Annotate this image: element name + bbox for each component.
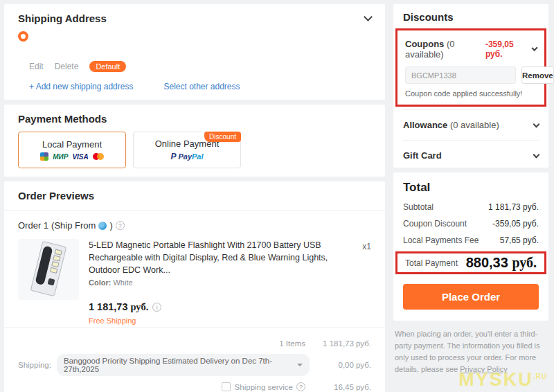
caret-down-icon <box>297 364 303 366</box>
edit-address-link[interactable]: Edit <box>29 62 44 71</box>
total-section: Total Subtotal 1 181,73 руб. Coupon Disc… <box>393 172 548 321</box>
mir-icon: МИР <box>53 153 68 161</box>
shipping-service-checkbox[interactable] <box>222 382 231 391</box>
ship-from-close: ) <box>109 220 112 231</box>
address-redacted <box>18 42 371 57</box>
free-shipping-label: Free Shipping <box>89 316 362 327</box>
local-payment-option[interactable]: Local Payment МИР VISA <box>18 132 126 168</box>
annotation-box-coupon: Coupons (0 available) -359,05 руб. Remov… <box>395 28 546 107</box>
default-badge: Default <box>89 61 126 72</box>
shipping-method-dropdown[interactable]: Banggood Priority Shipping Estimated Del… <box>57 354 310 376</box>
question-icon[interactable]: ? <box>296 382 305 391</box>
coupons-label: Coupons <box>405 39 444 49</box>
annotation-box-total-payment: Total Payment 880,33 руб. <box>395 251 546 274</box>
gift-card-row[interactable]: Gift Card <box>403 143 539 168</box>
shipping-service-value: 16,45 руб. <box>305 383 371 391</box>
ship-from-country-icon <box>98 222 107 230</box>
items-count-label: 1 Items <box>279 339 305 348</box>
coupon-code-input[interactable] <box>405 66 516 84</box>
shipping-service-label: Shipping service <box>235 383 293 391</box>
left-column: Shipping Address Edit Delete Default + A… <box>4 4 385 388</box>
payment-methods-title: Payment Methods <box>18 113 371 125</box>
color-value: White <box>113 278 132 287</box>
total-payment-label: Total Payment <box>405 258 458 268</box>
allowance-availability: (0 available) <box>450 120 499 130</box>
local-payment-label: Local Payment <box>42 139 102 150</box>
product-price: 1 181,73 руб. <box>89 300 148 314</box>
shipping-cost-value: 0,00 руб. <box>310 361 371 369</box>
total-payment-value: 880,33 руб. <box>466 255 537 271</box>
online-payment-option[interactable]: Discount Online Payment P PayPal <box>133 132 241 168</box>
watermark: MYSKU.RU <box>458 369 547 391</box>
allowance-row[interactable]: Allowance (0 available) <box>403 113 539 137</box>
add-new-address-link[interactable]: + Add new shipping address <box>29 82 133 91</box>
info-icon[interactable]: i <box>152 303 161 312</box>
divider <box>403 140 539 141</box>
chevron-down-icon[interactable] <box>533 121 540 127</box>
discount-badge: Discount <box>204 132 241 142</box>
total-title: Total <box>403 181 539 199</box>
coupon-success-message: Coupon code applied successfully! <box>405 89 537 98</box>
discounts-section: Discounts Coupons (0 available) -359,05 … <box>393 4 548 168</box>
items-total-value: 1 181,73 руб. <box>305 339 371 348</box>
paypal-icon: P PayPal <box>170 152 203 161</box>
allowance-label: Allowance <box>403 120 447 130</box>
chevron-down-icon[interactable] <box>364 12 373 21</box>
color-label: Color: <box>89 278 111 287</box>
order-previews-title: Order Previews <box>4 190 385 210</box>
total-local-fee-row: Local Payments Fee 57,65 руб. <box>403 232 539 249</box>
mastercard-icon <box>93 153 104 160</box>
coupons-row[interactable]: Coupons (0 available) -359,05 руб. <box>405 35 537 64</box>
order-number-label: Order 1 <box>18 220 48 231</box>
payment-methods-section: Payment Methods Local Payment МИР VISA D… <box>4 105 385 177</box>
right-column: Discounts Coupons (0 available) -359,05 … <box>393 4 548 388</box>
divider <box>403 109 539 110</box>
coupon-discount-amount: -359,05 руб. <box>485 39 527 59</box>
select-other-address-link[interactable]: Select other address <box>163 82 240 91</box>
payment-disclaimer: When placing an order, you'll enter a th… <box>393 326 548 375</box>
remove-coupon-button[interactable]: Remove <box>521 66 554 84</box>
order-previews-section: Order Previews Order 1 (Ship From ) ? <box>4 181 385 392</box>
product-title[interactable]: 5-LED Magnetic Portable Flashlight With … <box>89 239 331 276</box>
visa-icon: VISA <box>72 153 88 161</box>
shipping-label: Shipping: <box>18 361 51 369</box>
delete-address-link[interactable]: Delete <box>55 62 79 71</box>
address-radio[interactable] <box>18 31 28 42</box>
ship-from-label: (Ship From <box>51 220 96 231</box>
gift-card-label: Gift Card <box>403 150 442 161</box>
place-order-button[interactable]: Place Order <box>403 284 539 310</box>
sbp-icon <box>40 152 48 161</box>
shipping-address-title: Shipping Address <box>18 12 107 24</box>
product-image[interactable] <box>18 239 79 300</box>
order-summary: 1 Items 1 181,73 руб. Shipping: Banggood… <box>4 327 385 392</box>
total-subtotal-row: Subtotal 1 181,73 руб. <box>403 199 539 215</box>
shipping-address-section: Shipping Address Edit Delete Default + A… <box>4 4 385 100</box>
question-icon[interactable]: ? <box>116 221 125 230</box>
chevron-down-icon[interactable] <box>531 45 537 51</box>
order-item-row: 5-LED Magnetic Portable Flashlight With … <box>4 238 385 327</box>
total-coupon-discount-row: Coupon Discount -359,05 руб. <box>403 215 539 232</box>
quantity-label: x1 <box>362 239 371 327</box>
discounts-title: Discounts <box>403 11 539 28</box>
chevron-down-icon[interactable] <box>533 151 540 158</box>
checkout-page: Shipping Address Edit Delete Default + A… <box>0 0 554 392</box>
flashlight-graphic <box>30 241 67 297</box>
